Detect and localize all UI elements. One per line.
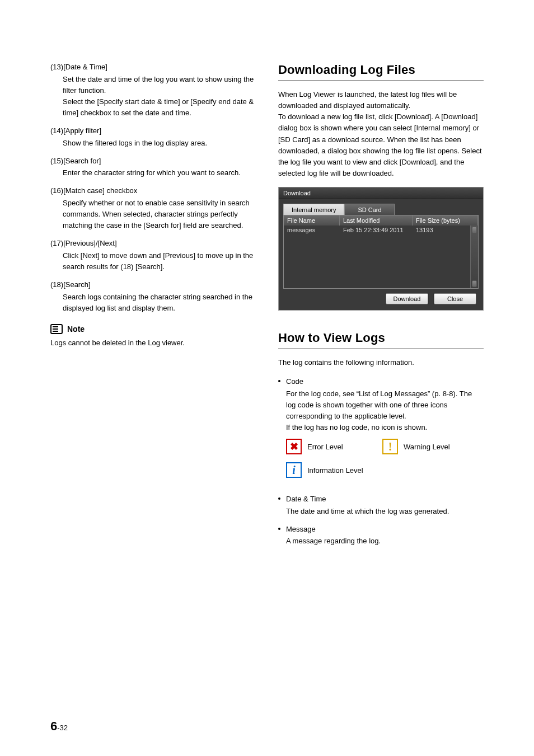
scrollbar[interactable] — [470, 226, 478, 288]
item-title: [Search] — [63, 280, 90, 289]
item-18: (18)[Search] Search logs containing the … — [50, 279, 256, 314]
right-column: Downloading Log Files When Log Viewer is… — [278, 62, 484, 554]
item-title: [Search for] — [63, 157, 101, 165]
table-row[interactable]: messages Feb 15 22:33:49 2011 13193 — [284, 226, 478, 234]
item-num: (15) — [50, 157, 63, 165]
section2-paragraph: The log contains the following informati… — [278, 357, 484, 368]
info-icon — [286, 462, 302, 478]
legend-error-label: Error Level — [307, 443, 343, 451]
bullet-desc: The date and time at which the log was g… — [278, 506, 484, 517]
bullet-icon — [278, 380, 280, 382]
item-16: (16)[Match case] checkbox Specify whethe… — [50, 185, 256, 231]
item-13: (13)[Date & Time] Set the date and time … — [50, 62, 256, 119]
item-desc: Click [Next] to move down and [Previous]… — [50, 250, 256, 273]
close-button[interactable]: Close — [434, 293, 476, 304]
dialog-tabs: Internal memory SD Card — [283, 204, 479, 215]
item-14: (14)[Apply filter] Show the filtered log… — [50, 125, 256, 149]
item-title: [Apply filter] — [63, 126, 101, 135]
error-icon — [286, 439, 302, 454]
bullet-desc: A message regarding the log. — [278, 536, 484, 547]
bullet-code: Code For the log code, see “List of Log … — [278, 376, 484, 478]
left-column: (13)[Date & Time] Set the date and time … — [50, 62, 256, 554]
item-title: [Date & Time] — [63, 63, 107, 71]
legend-info-label: Information Level — [307, 466, 363, 475]
bullet-desc: For the log code, see “List of Log Messa… — [278, 388, 484, 434]
section1-paragraph: When Log Viewer is launched, the latest … — [278, 89, 484, 179]
bullet-datetime: Date & Time The date and time at which t… — [278, 494, 484, 517]
item-title: [Previous]/[Next] — [63, 239, 116, 247]
cell-file-name: messages — [284, 226, 340, 234]
item-num: (14) — [50, 126, 63, 135]
tab-sd-card[interactable]: SD Card — [344, 204, 395, 215]
bullet-message: Message A message regarding the log. — [278, 524, 484, 547]
legend-info: Information Level — [286, 462, 376, 478]
note-header: Note — [50, 324, 256, 334]
item-17: (17)[Previous]/[Next] Click [Next] to mo… — [50, 238, 256, 273]
cell-file-size: 13193 — [413, 226, 478, 234]
col-file-size[interactable]: File Size (bytes) — [413, 215, 478, 226]
bullet-title: Message — [286, 524, 484, 535]
chapter-number: 6 — [50, 719, 57, 733]
tab-internal-memory[interactable]: Internal memory — [283, 204, 344, 215]
bullet-title: Code — [286, 376, 484, 387]
table-body[interactable]: messages Feb 15 22:33:49 2011 13193 — [284, 226, 478, 288]
col-file-name[interactable]: File Name — [284, 215, 340, 226]
bullet-title: Date & Time — [286, 494, 484, 505]
bullet-icon — [278, 528, 280, 530]
warning-icon — [382, 439, 398, 454]
col-last-modified[interactable]: Last Modified — [340, 215, 413, 226]
item-desc: Show the filtered logs in the log displa… — [50, 138, 256, 149]
note-label: Note — [67, 325, 85, 334]
bullet-icon — [278, 497, 280, 500]
item-num: (13) — [50, 63, 63, 71]
item-desc: Specify whether or not to enable case se… — [50, 198, 256, 231]
section-heading-downloading: Downloading Log Files — [278, 63, 484, 81]
item-desc: Set the date and time of the log you wan… — [50, 74, 256, 119]
legend-warning: Warning Level — [382, 439, 472, 454]
item-num: (18) — [50, 280, 63, 289]
dialog-table: File Name Last Modified File Size (bytes… — [283, 215, 479, 289]
download-dialog: Download Internal memory SD Card File Na… — [278, 187, 484, 311]
dialog-title: Download — [279, 187, 483, 199]
icon-legend-row-2: Information Level — [278, 462, 484, 478]
item-desc: Enter the character string for which you… — [50, 167, 256, 179]
legend-error: Error Level — [286, 439, 376, 454]
note-icon — [50, 324, 63, 334]
item-num: (17) — [50, 239, 63, 247]
item-desc: Search logs containing the character str… — [50, 292, 256, 314]
page-in-chapter: 32 — [60, 724, 68, 732]
section-heading-howto: How to View Logs — [278, 331, 484, 349]
cell-last-modified: Feb 15 22:33:49 2011 — [340, 226, 413, 234]
legend-warning-label: Warning Level — [404, 443, 450, 451]
download-button[interactable]: Download — [386, 293, 428, 304]
item-num: (16) — [50, 186, 63, 195]
item-title: [Match case] checkbox — [63, 186, 137, 195]
item-15: (15)[Search for] Enter the character str… — [50, 156, 256, 179]
icon-legend-row-1: Error Level Warning Level — [278, 439, 484, 454]
note-text: Logs cannot be deleted in the Log viewer… — [50, 337, 256, 349]
page-number: 6-32 — [50, 719, 68, 734]
